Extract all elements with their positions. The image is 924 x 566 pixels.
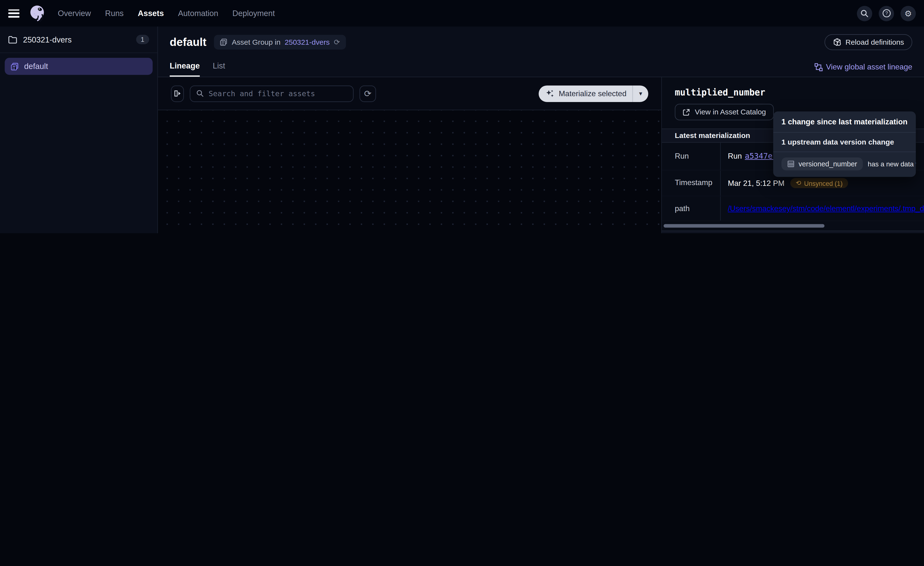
change-tooltip: 1 change since last materialization 1 up… — [773, 111, 916, 177]
sidebar-group-label: 250321-dvers — [23, 35, 130, 44]
tooltip-message: has a new data version — [868, 160, 916, 167]
svg-text:?: ? — [885, 11, 888, 16]
asset-group-chip: Asset Group in 250321-dvers ⟳ — [214, 35, 346, 50]
top-nav: Overview Runs Assets Automation Deployme… — [0, 0, 924, 27]
reload-definitions-label: Reload definitions — [846, 38, 904, 47]
horizontal-scrollbar[interactable] — [663, 224, 825, 227]
path-link[interactable]: /Users/smackesey/stm/code/elementl/exper… — [728, 204, 924, 213]
gear-icon: ⚙ — [904, 9, 912, 18]
unsynced-badge[interactable]: ⟲ Unsynced (1) — [790, 178, 848, 188]
view-in-asset-catalog-button[interactable]: View in Asset Catalog — [675, 104, 774, 120]
chip-prefix: Asset Group in — [232, 38, 280, 47]
asset-count-badge: 1 — [136, 35, 149, 44]
section-materialization-tags[interactable]: Materialization tags ▼ — [662, 230, 924, 233]
materialize-dropdown-caret[interactable]: ▼ — [632, 85, 648, 102]
nav-item-overview[interactable]: Overview — [58, 9, 91, 18]
nav-item-deployment[interactable]: Deployment — [232, 9, 275, 18]
app-window: Overview Runs Assets Automation Deployme… — [0, 0, 924, 233]
tabs-bar: Lineage List View global asset lineage — [158, 58, 924, 77]
search-input[interactable] — [208, 89, 347, 98]
nav-actions: ? ⚙ — [857, 6, 916, 21]
tooltip-subtitle: 1 upstream data version change — [773, 132, 916, 152]
upstream-asset-name: versioned_number — [798, 160, 857, 168]
row-path: path /Users/smackesey/stm/code/elementl/… — [662, 196, 924, 221]
tab-lineage[interactable]: Lineage — [170, 61, 200, 77]
materialize-selected-label: Materialize selected — [559, 89, 627, 98]
refresh-graph-button[interactable]: ⟳ — [360, 85, 376, 102]
table-icon — [788, 160, 794, 167]
sidebar-item-label: default — [24, 62, 48, 71]
page-header: default Asset Group in 250321-dvers ⟳ Re… — [158, 27, 924, 58]
collapse-panel-button[interactable] — [171, 85, 184, 102]
search-icon — [860, 9, 868, 18]
materialize-selected-main[interactable]: Materialize selected — [539, 89, 632, 98]
settings-button[interactable]: ⚙ — [900, 6, 916, 21]
lineage-graph-icon — [814, 63, 822, 71]
page-title: default — [170, 36, 206, 48]
asset-groups-sidebar: 250321-dvers 1 default 250321-dvers ⟳ — [0, 27, 158, 233]
tab-list[interactable]: List — [213, 61, 225, 77]
folder-icon — [8, 36, 17, 44]
refresh-icon: ⟳ — [364, 88, 372, 99]
view-global-asset-lineage-label: View global asset lineage — [826, 62, 912, 71]
timestamp-value: Mar 21, 5:12 PM — [728, 179, 784, 188]
materialize-selected-button[interactable]: Materialize selected ▼ — [539, 85, 648, 102]
unsynced-label: Unsynced (1) — [804, 179, 843, 187]
help-button[interactable]: ? — [879, 6, 894, 21]
chip-repo-link[interactable]: 250321-dvers — [285, 38, 330, 47]
asset-group-icon — [10, 62, 19, 71]
nav-item-runs[interactable]: Runs — [105, 9, 124, 18]
reload-definitions-button[interactable]: Reload definitions — [824, 34, 912, 50]
view-in-asset-catalog-label: View in Asset Catalog — [695, 108, 766, 116]
dagster-octopus-icon — [27, 3, 47, 23]
hamburger-menu-icon[interactable] — [8, 9, 20, 18]
primary-nav: Overview Runs Assets Automation Deployme… — [58, 9, 275, 18]
panel-expand-icon — [174, 90, 182, 98]
panel-asset-title: multiplied_number — [662, 77, 924, 98]
reload-icon[interactable]: ⟳ — [334, 38, 340, 47]
run-prefix: Run — [728, 152, 742, 160]
sync-status-icon: ⟲ — [796, 180, 801, 186]
lineage-canvas[interactable]: ⟲ Unsynced (1) versioned_number No descr… — [158, 110, 662, 233]
lineage-toolbar: ⟳ Materialize selected ▼ — [158, 77, 662, 110]
row-key: Timestamp — [662, 170, 721, 196]
asset-group-icon — [220, 38, 228, 46]
row-key: Run — [662, 143, 721, 170]
sparkles-icon — [546, 89, 555, 98]
search-icon — [196, 90, 204, 98]
sidebar-item-default[interactable]: default — [4, 58, 153, 75]
sidebar-group-row[interactable]: 250321-dvers 1 — [0, 27, 158, 53]
dagster-logo[interactable] — [27, 3, 47, 23]
nav-item-automation[interactable]: Automation — [178, 9, 218, 18]
tooltip-title: 1 change since last materialization — [773, 111, 916, 132]
search-button[interactable] — [857, 6, 872, 21]
section-heading: Latest materialization — [675, 131, 750, 140]
asset-search-box — [190, 85, 354, 102]
external-link-icon — [682, 108, 690, 116]
view-global-asset-lineage-link[interactable]: View global asset lineage — [814, 62, 912, 77]
nav-item-assets[interactable]: Assets — [138, 9, 164, 18]
upstream-asset-chip[interactable]: versioned_number — [782, 157, 863, 170]
help-icon: ? — [882, 9, 891, 18]
row-key: path — [662, 196, 721, 221]
chevron-down-icon: ▼ — [638, 90, 644, 96]
cube-reload-icon — [832, 38, 841, 47]
